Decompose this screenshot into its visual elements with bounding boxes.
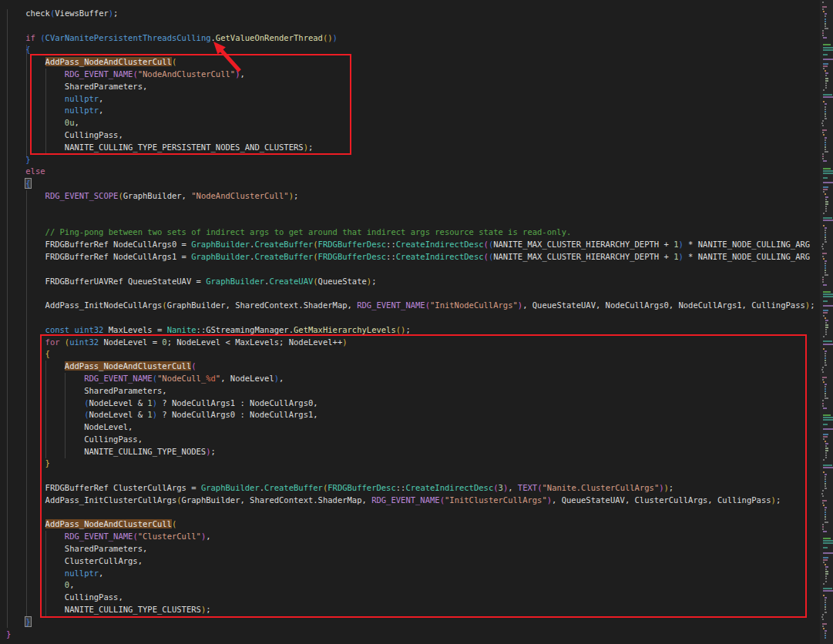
- minimap-line-mark: [821, 493, 823, 495]
- code-token: NANITE_CULLING_TYPE_NODES: [6, 447, 206, 456]
- minimap-line-mark: [825, 474, 827, 475]
- minimap-line-mark: [822, 153, 824, 155]
- code-line: }: [6, 616, 820, 629]
- minimap-line-mark: [825, 103, 827, 105]
- minimap-line-mark: [825, 193, 826, 195]
- minimap-line-mark: [823, 37, 827, 39]
- minimap-line-mark: [825, 476, 826, 478]
- code-token: RDG_EVENT_SCOPE: [6, 191, 118, 200]
- code-line: 0u,: [6, 117, 820, 129]
- code-line: [6, 20, 820, 32]
- code-line: RDG_EVENT_NAME("ClusterCull"),: [6, 531, 820, 543]
- minimap-line-mark: [825, 82, 827, 84]
- minimap-line-mark: [823, 170, 833, 172]
- minimap-line-mark: [822, 626, 824, 627]
- minimap-line-mark: [822, 526, 824, 528]
- code-line: nullptr,: [6, 93, 820, 106]
- code-line: }: [6, 458, 820, 470]
- minimap-line-mark: [825, 575, 827, 577]
- minimap-line-mark: [823, 134, 825, 136]
- minimap-line-mark: [825, 201, 828, 203]
- minimap-line-mark: [825, 241, 827, 243]
- code-lines[interactable]: check(ViewsBuffer); if (CVarNanitePersis…: [0, 0, 820, 644]
- minimap-line-mark: [825, 234, 826, 236]
- minimap[interactable]: [820, 0, 833, 644]
- minimap-line-mark: [825, 111, 826, 112]
- code-token: ,: [508, 483, 518, 492]
- highlighted-occurrence: AddPass_NodeAndClusterCull: [65, 361, 191, 371]
- minimap-line-mark: [825, 635, 826, 636]
- minimap-line-mark: [825, 263, 826, 264]
- minimap-line-mark: [825, 322, 827, 324]
- code-token: CullingPass,: [6, 434, 143, 444]
- code-line: {: [6, 348, 820, 361]
- minimap-line-mark: [823, 11, 825, 12]
- minimap-line-mark: [825, 599, 826, 601]
- code-token: FRDGBufferRef ClusterCullArgs =: [6, 483, 201, 492]
- code-token: }: [6, 629, 11, 639]
- code-token: // Ping-pong between two sets of indirec…: [6, 227, 571, 236]
- code-token: for: [6, 337, 65, 347]
- minimap-line-mark: [822, 400, 824, 401]
- code-line: (NodeLevel & 1) ? NodeCullArgs1 : NodeCu…: [6, 397, 820, 410]
- code-line: AddPass_InitClusterCullArgs(GraphBuilder…: [6, 495, 820, 507]
- minimap-line-mark: [823, 428, 833, 430]
- code-token: AddPass_InitNodeCullArgs: [6, 300, 162, 310]
- code-line: }: [6, 154, 820, 166]
- minimap-line-mark: [821, 369, 823, 371]
- minimap-line-mark: [825, 395, 826, 397]
- minimap-line-mark: [822, 32, 824, 34]
- minimap-line-mark: [822, 243, 824, 245]
- minimap-line-mark: [823, 186, 828, 188]
- minimap-line-mark: [823, 381, 825, 383]
- code-token: "NodeAndClusterCull": [191, 191, 288, 200]
- code-line: check(ViewsBuffer);: [6, 8, 820, 20]
- code-token: ;: [371, 277, 376, 286]
- minimap-line-mark: [822, 256, 824, 257]
- minimap-line-mark: [825, 80, 828, 82]
- code-token: RDG_EVENT_NAME: [6, 374, 153, 383]
- minimap-line-mark: [825, 637, 826, 639]
- code-line: FRDGBufferUAVRef QueueStateUAV = GraphBu…: [6, 276, 820, 288]
- minimap-line-mark: [823, 628, 825, 629]
- code-token: CullingPass,: [6, 592, 123, 602]
- code-token: else: [6, 166, 45, 176]
- minimap-line-mark: [825, 478, 826, 480]
- minimap-line-mark: [822, 125, 824, 126]
- code-token: }: [6, 155, 31, 164]
- code-token: NANITE_MAX_CLUSTER_HIERARCHY_DEPTH +: [493, 240, 673, 249]
- code-line: CullingPass,: [6, 592, 820, 604]
- minimap-line-mark: [822, 30, 824, 32]
- code-token: CreateIndirectDesc: [396, 252, 484, 261]
- code-line: }: [6, 629, 820, 641]
- code-token: NodeLevel =: [99, 337, 162, 347]
- minimap-line-mark: [823, 213, 825, 214]
- minimap-line-mark: [825, 522, 828, 523]
- minimap-line-mark: [825, 445, 827, 447]
- code-token: GraphBuilder: [201, 483, 260, 492]
- minimap-line-mark: [823, 59, 833, 60]
- minimap-line-mark: [825, 609, 826, 610]
- minimap-line-mark: [822, 619, 824, 620]
- minimap-line-mark: [825, 270, 826, 271]
- minimap-line-mark: [825, 13, 827, 15]
- minimap-line-mark: [825, 87, 827, 89]
- minimap-line-mark: [823, 284, 827, 286]
- code-token: CreateBuffer: [254, 252, 313, 261]
- minimap-line-mark: [825, 327, 828, 328]
- minimap-line-mark: [825, 151, 828, 153]
- minimap-line-mark: [823, 436, 828, 438]
- code-token: GraphBuilder: [191, 252, 250, 261]
- minimap-line-mark: [823, 414, 831, 416]
- minimap-line-mark: [823, 552, 833, 554]
- code-editor[interactable]: check(ViewsBuffer); if (CVarNanitePersis…: [0, 0, 833, 644]
- minimap-line-mark: [825, 106, 826, 108]
- minimap-line-mark: [825, 518, 826, 520]
- code-token: FRDGBufferRef NodeCullArgs0 =: [6, 240, 191, 249]
- code-token: ; NodeLevel < MaxLevels; NodeLevel++: [167, 337, 343, 347]
- minimap-line-mark: [822, 614, 824, 615]
- code-token: FRDGBufferDesc: [327, 483, 396, 492]
- minimap-line-mark: [825, 516, 826, 518]
- highlighted-occurrence: AddPass_NodeAndClusterCull: [45, 57, 172, 66]
- code-line: 0,: [6, 579, 820, 592]
